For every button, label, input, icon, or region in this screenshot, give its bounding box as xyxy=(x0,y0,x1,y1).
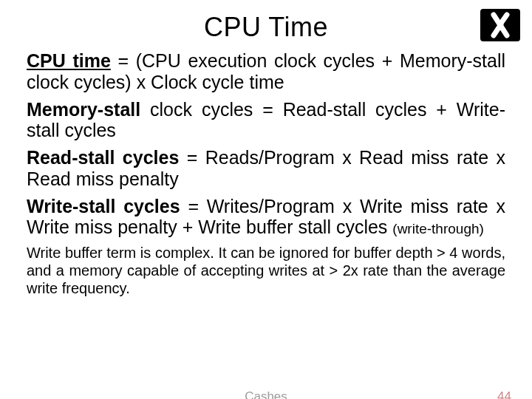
footer-label: Cashes xyxy=(245,389,287,399)
page-number: 44 xyxy=(497,389,511,399)
term-memory-stall: Memory-stall xyxy=(27,99,140,120)
note-write-buffer: Write buffer term is complex. It can be … xyxy=(27,244,505,297)
equation-memory-stall: Memory-stall clock cycles = Read-stall c… xyxy=(27,99,505,142)
term-write-stall: Write-stall cycles xyxy=(27,196,180,216)
equation-read-stall: Read-stall cycles = Reads/Program x Read… xyxy=(27,147,505,190)
slide-body: CPU time = (CPU execution clock cycles +… xyxy=(27,50,505,297)
institution-logo xyxy=(479,7,522,43)
equation-cpu-time: CPU time = (CPU execution clock cycles +… xyxy=(27,50,505,93)
term-cpu-time: CPU time xyxy=(27,50,111,71)
eq-write-stall-trail: (write-through) xyxy=(392,221,484,236)
term-read-stall: Read-stall cycles xyxy=(27,147,179,168)
slide: CPU Time CPU time = (CPU execution clock… xyxy=(0,0,532,399)
equation-write-stall: Write-stall cycles = Writes/Program x Wr… xyxy=(27,196,505,239)
slide-title: CPU Time xyxy=(27,12,505,43)
